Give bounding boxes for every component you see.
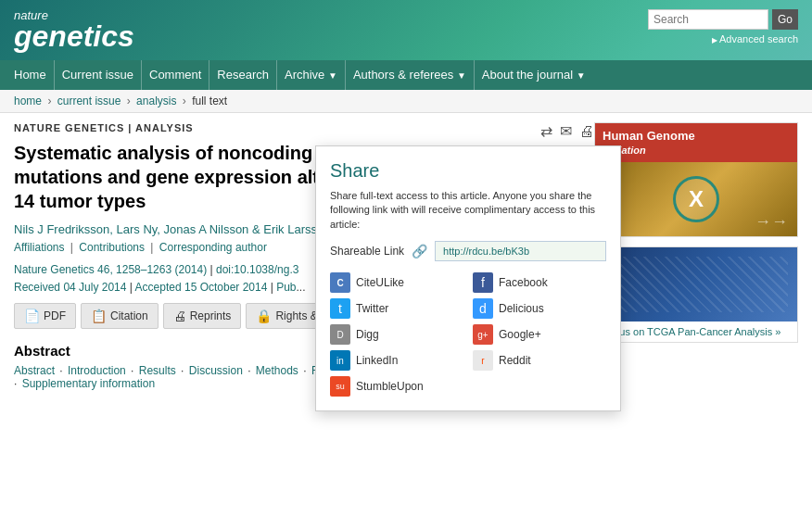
- reprints-icon: 🖨: [173, 309, 186, 323]
- content-area: NATURE GENETICS | ANALYSIS ⇄ ✉ 🖨 Systema…: [0, 113, 812, 399]
- volume-pages: 46, 1258–1263 (2014): [97, 263, 207, 276]
- email-icon[interactable]: ✉: [560, 122, 572, 140]
- googleplus-icon: g+: [473, 324, 493, 345]
- linkedin-icon: in: [330, 350, 350, 371]
- breadcrumb-current-issue[interactable]: current issue: [57, 95, 121, 107]
- share-options-grid: C CiteULike f Facebook t Twitter d Delic…: [330, 272, 606, 371]
- facebook-icon: f: [473, 272, 493, 293]
- twitter-label: Twitter: [356, 302, 388, 315]
- nav-about-journal[interactable]: About the journal ▼: [475, 60, 593, 91]
- received-label: Received: [14, 281, 60, 294]
- print-icon[interactable]: 🖨: [579, 123, 594, 140]
- googleplus-label: Google+: [499, 328, 541, 341]
- nav-authors-referees[interactable]: Authors & referees ▼: [346, 60, 475, 91]
- promo-card2-image: [595, 247, 797, 322]
- advanced-search-link[interactable]: Advanced search: [712, 33, 798, 44]
- arrows-decoration: →→: [755, 212, 788, 232]
- reprints-button[interactable]: 🖨 Reprints: [163, 303, 242, 329]
- share-icon[interactable]: ⇄: [540, 122, 552, 140]
- citation-icon: 📋: [91, 309, 107, 323]
- chromosome-icon: X: [673, 176, 719, 222]
- nav-comment[interactable]: Comment: [142, 60, 209, 90]
- share-modal: Share Share full-text access to this art…: [315, 145, 621, 411]
- contributions-link[interactable]: Contributions: [79, 241, 145, 254]
- citation-button[interactable]: 📋 Citation: [81, 303, 159, 329]
- promo-card2-footer: Focus on TCGA Pan-Cancer Analysis »: [595, 322, 797, 342]
- delicious-label: Delicious: [499, 302, 544, 315]
- journal-name: Nature Genetics: [14, 263, 95, 276]
- stumbleupon-icon: su: [330, 376, 350, 397]
- rights-icon: 🔒: [256, 309, 272, 323]
- abstract-link-results[interactable]: Results: [139, 364, 176, 377]
- share-delicious[interactable]: d Delicious: [473, 298, 606, 319]
- main-nav: Home Current issue Comment Research Arch…: [0, 60, 812, 90]
- nav-research[interactable]: Research: [209, 60, 277, 90]
- promo-card-image[interactable]: X →→: [595, 162, 797, 236]
- sidebar: Human Genome Variation X →→ Focus on TCG…: [594, 122, 798, 390]
- breadcrumb-full-text: full text: [192, 95, 227, 107]
- abstract-link-intro[interactable]: Introduction: [68, 364, 126, 377]
- share-googleplus[interactable]: g+ Google+: [473, 324, 606, 345]
- digg-icon: D: [330, 324, 350, 345]
- corresponding-author-link[interactable]: Corresponding author: [159, 241, 267, 254]
- share-linkedin[interactable]: in LinkedIn: [330, 350, 463, 371]
- reddit-label: Reddit: [499, 354, 531, 367]
- share-facebook[interactable]: f Facebook: [473, 272, 606, 293]
- article-type: NATURE GENETICS | ANALYSIS: [14, 122, 580, 133]
- nav-archive[interactable]: Archive ▼: [277, 60, 346, 91]
- link-icon: 🔗: [412, 244, 427, 258]
- accepted-label: Accepted: [135, 281, 182, 294]
- breadcrumb: home › current issue › analysis › full t…: [0, 90, 812, 113]
- promo-title: Human Genome: [603, 129, 695, 143]
- digg-label: Digg: [356, 328, 379, 341]
- citeulike-icon: C: [330, 272, 350, 293]
- delicious-icon: d: [473, 298, 493, 319]
- promo-card-header: Human Genome Variation: [595, 123, 797, 162]
- share-stumbleupon[interactable]: su StumbleUpon: [330, 376, 463, 397]
- breadcrumb-analysis[interactable]: analysis: [136, 95, 176, 107]
- share-modal-title: Share: [330, 160, 606, 182]
- share-twitter[interactable]: t Twitter: [330, 298, 463, 319]
- breadcrumb-home[interactable]: home: [14, 95, 42, 107]
- abstract-link-discussion[interactable]: Discussion: [189, 364, 243, 377]
- affiliations-link[interactable]: Affiliations: [14, 241, 64, 254]
- stumbleupon-label: StumbleUpon: [356, 380, 424, 393]
- pdf-icon: 📄: [24, 309, 40, 323]
- twitter-icon: t: [330, 298, 350, 319]
- reddit-icon: r: [473, 350, 493, 371]
- shareable-link-url[interactable]: http://rdcu.be/bK3b: [435, 241, 606, 261]
- search-input[interactable]: [648, 9, 768, 30]
- doi: doi:10.1038/ng.3: [216, 263, 298, 276]
- search-button[interactable]: Go: [772, 9, 798, 30]
- citeulike-label: CiteULike: [356, 276, 404, 289]
- share-modal-description: Share full-text access to this article. …: [330, 189, 606, 232]
- share-citeulike[interactable]: C CiteULike: [330, 272, 463, 293]
- abstract-link-methods[interactable]: Methods: [256, 364, 298, 377]
- shareable-link-row: Shareable Link 🔗 http://rdcu.be/bK3b: [330, 241, 606, 261]
- promo-card-genome: Human Genome Variation X →→: [594, 122, 798, 237]
- pdf-button[interactable]: 📄 PDF: [14, 303, 76, 329]
- share-row: ⇄ ✉ 🖨: [540, 122, 594, 140]
- facebook-label: Facebook: [499, 276, 548, 289]
- pub-label: Pub: [276, 281, 296, 294]
- accepted-date: 15 October 2014: [184, 281, 267, 294]
- header: nature genetics Go Advanced search: [0, 0, 812, 60]
- share-reddit[interactable]: r Reddit: [473, 350, 606, 371]
- abstract-link-abstract[interactable]: Abstract: [14, 364, 55, 377]
- shareable-link-label: Shareable Link: [330, 245, 404, 258]
- nav-current-issue[interactable]: Current issue: [55, 60, 142, 90]
- share-digg[interactable]: D Digg: [330, 324, 463, 345]
- linkedin-label: LinkedIn: [356, 354, 398, 367]
- promo-card-tcga: Focus on TCGA Pan-Cancer Analysis »: [594, 246, 798, 343]
- search-bar: Go: [648, 9, 798, 30]
- promo-tcga-link[interactable]: Focus on TCGA Pan-Cancer Analysis »: [603, 326, 780, 337]
- received-date: 04 July 2014: [63, 281, 126, 294]
- abstract-link-supplementary[interactable]: Supplementary information: [22, 377, 155, 390]
- nav-home[interactable]: Home: [14, 60, 55, 90]
- stumbleupon-row: su StumbleUpon: [330, 376, 606, 397]
